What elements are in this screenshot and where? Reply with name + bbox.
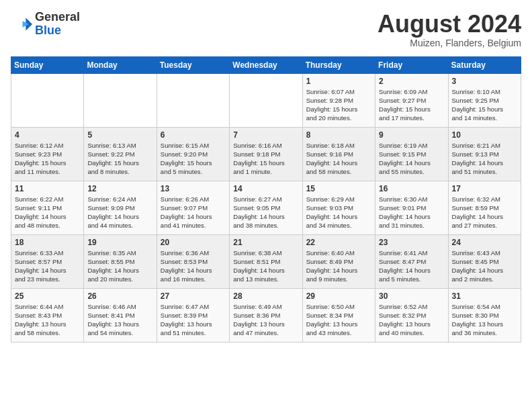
calendar-cell: 24Sunrise: 6:43 AM Sunset: 8:45 PM Dayli… — [448, 234, 521, 288]
day-info: Sunrise: 6:54 AM Sunset: 8:30 PM Dayligh… — [452, 302, 517, 338]
calendar-cell: 12Sunrise: 6:24 AM Sunset: 9:09 PM Dayli… — [84, 181, 157, 234]
day-info: Sunrise: 6:07 AM Sunset: 9:28 PM Dayligh… — [306, 87, 371, 123]
calendar-cell: 27Sunrise: 6:47 AM Sunset: 8:39 PM Dayli… — [157, 288, 229, 342]
day-number: 21 — [233, 238, 298, 247]
day-number: 4 — [15, 130, 80, 140]
calendar-cell: 3Sunrise: 6:10 AM Sunset: 9:25 PM Daylig… — [448, 73, 521, 127]
day-number: 19 — [87, 238, 152, 247]
day-number: 9 — [379, 130, 444, 140]
day-info: Sunrise: 6:12 AM Sunset: 9:23 PM Dayligh… — [15, 141, 80, 177]
calendar-cell: 28Sunrise: 6:49 AM Sunset: 8:36 PM Dayli… — [230, 288, 302, 342]
weekday-header-thursday: Thursday — [302, 56, 375, 73]
calendar-cell: 7Sunrise: 6:16 AM Sunset: 9:18 PM Daylig… — [230, 127, 302, 181]
day-info: Sunrise: 6:15 AM Sunset: 9:20 PM Dayligh… — [161, 141, 226, 177]
calendar-cell: 8Sunrise: 6:18 AM Sunset: 9:16 PM Daylig… — [302, 127, 375, 181]
weekday-row: SundayMondayTuesdayWednesdayThursdayFrid… — [11, 56, 521, 73]
day-number: 6 — [161, 130, 226, 140]
day-info: Sunrise: 6:43 AM Sunset: 8:45 PM Dayligh… — [452, 248, 517, 284]
week-row-3: 11Sunrise: 6:22 AM Sunset: 9:11 PM Dayli… — [11, 181, 521, 234]
day-number: 18 — [15, 238, 80, 247]
logo-icon — [11, 13, 32, 35]
day-number: 20 — [161, 238, 226, 247]
location: Muizen, Flanders, Belgium — [378, 38, 521, 48]
day-info: Sunrise: 6:36 AM Sunset: 8:53 PM Dayligh… — [161, 248, 226, 284]
day-number: 7 — [233, 130, 298, 140]
day-info: Sunrise: 6:22 AM Sunset: 9:11 PM Dayligh… — [15, 195, 80, 230]
day-info: Sunrise: 6:32 AM Sunset: 8:59 PM Dayligh… — [452, 195, 517, 230]
calendar-cell: 11Sunrise: 6:22 AM Sunset: 9:11 PM Dayli… — [11, 181, 84, 234]
logo-text: General Blue — [35, 11, 80, 38]
month-year: August 2024 — [378, 11, 521, 38]
page-header: General Blue August 2024 Muizen, Flander… — [11, 11, 521, 48]
logo: General Blue — [11, 11, 80, 38]
day-info: Sunrise: 6:47 AM Sunset: 8:39 PM Dayligh… — [161, 302, 226, 338]
week-row-4: 18Sunrise: 6:33 AM Sunset: 8:57 PM Dayli… — [11, 234, 521, 288]
calendar-cell — [84, 73, 157, 127]
calendar-cell — [157, 73, 229, 127]
day-number: 30 — [379, 291, 444, 301]
day-info: Sunrise: 6:18 AM Sunset: 9:16 PM Dayligh… — [306, 141, 371, 177]
calendar-cell: 9Sunrise: 6:19 AM Sunset: 9:15 PM Daylig… — [375, 127, 448, 181]
day-info: Sunrise: 6:27 AM Sunset: 9:05 PM Dayligh… — [233, 195, 298, 230]
day-info: Sunrise: 6:10 AM Sunset: 9:25 PM Dayligh… — [452, 87, 517, 123]
day-number: 24 — [452, 238, 517, 247]
weekday-header-wednesday: Wednesday — [230, 56, 302, 73]
title-block: August 2024 Muizen, Flanders, Belgium — [378, 11, 521, 48]
day-info: Sunrise: 6:24 AM Sunset: 9:09 PM Dayligh… — [87, 195, 152, 230]
day-info: Sunrise: 6:52 AM Sunset: 8:32 PM Dayligh… — [379, 302, 444, 338]
calendar-cell: 13Sunrise: 6:26 AM Sunset: 9:07 PM Dayli… — [157, 181, 229, 234]
day-info: Sunrise: 6:19 AM Sunset: 9:15 PM Dayligh… — [379, 141, 444, 177]
day-number: 28 — [233, 291, 298, 301]
day-number: 2 — [379, 77, 444, 86]
day-info: Sunrise: 6:09 AM Sunset: 9:27 PM Dayligh… — [379, 87, 444, 123]
day-info: Sunrise: 6:30 AM Sunset: 9:01 PM Dayligh… — [379, 195, 444, 230]
day-info: Sunrise: 6:44 AM Sunset: 8:43 PM Dayligh… — [15, 302, 80, 338]
calendar-cell: 29Sunrise: 6:50 AM Sunset: 8:34 PM Dayli… — [302, 288, 375, 342]
weekday-header-monday: Monday — [84, 56, 157, 73]
day-number: 8 — [306, 130, 371, 140]
day-info: Sunrise: 6:41 AM Sunset: 8:47 PM Dayligh… — [379, 248, 444, 284]
calendar-cell: 22Sunrise: 6:40 AM Sunset: 8:49 PM Dayli… — [302, 234, 375, 288]
calendar-cell: 26Sunrise: 6:46 AM Sunset: 8:41 PM Dayli… — [84, 288, 157, 342]
weekday-header-sunday: Sunday — [11, 56, 84, 73]
day-number: 1 — [306, 77, 371, 86]
day-number: 10 — [452, 130, 517, 140]
week-row-1: 1Sunrise: 6:07 AM Sunset: 9:28 PM Daylig… — [11, 73, 521, 127]
day-number: 3 — [452, 77, 517, 86]
calendar-cell: 30Sunrise: 6:52 AM Sunset: 8:32 PM Dayli… — [375, 288, 448, 342]
calendar: SundayMondayTuesdayWednesdayThursdayFrid… — [11, 56, 521, 342]
logo-blue: Blue — [35, 24, 61, 37]
calendar-cell: 16Sunrise: 6:30 AM Sunset: 9:01 PM Dayli… — [375, 181, 448, 234]
day-info: Sunrise: 6:29 AM Sunset: 9:03 PM Dayligh… — [306, 195, 371, 230]
calendar-cell: 19Sunrise: 6:35 AM Sunset: 8:55 PM Dayli… — [84, 234, 157, 288]
day-number: 11 — [15, 184, 80, 193]
calendar-cell: 21Sunrise: 6:38 AM Sunset: 8:51 PM Dayli… — [230, 234, 302, 288]
calendar-header: SundayMondayTuesdayWednesdayThursdayFrid… — [11, 56, 521, 73]
calendar-cell: 17Sunrise: 6:32 AM Sunset: 8:59 PM Dayli… — [448, 181, 521, 234]
calendar-cell: 6Sunrise: 6:15 AM Sunset: 9:20 PM Daylig… — [157, 127, 229, 181]
day-number: 16 — [379, 184, 444, 193]
calendar-cell: 25Sunrise: 6:44 AM Sunset: 8:43 PM Dayli… — [11, 288, 84, 342]
day-number: 17 — [452, 184, 517, 193]
weekday-header-friday: Friday — [375, 56, 448, 73]
calendar-cell: 10Sunrise: 6:21 AM Sunset: 9:13 PM Dayli… — [448, 127, 521, 181]
day-number: 23 — [379, 238, 444, 247]
day-number: 15 — [306, 184, 371, 193]
calendar-cell: 14Sunrise: 6:27 AM Sunset: 9:05 PM Dayli… — [230, 181, 302, 234]
calendar-cell: 15Sunrise: 6:29 AM Sunset: 9:03 PM Dayli… — [302, 181, 375, 234]
day-info: Sunrise: 6:50 AM Sunset: 8:34 PM Dayligh… — [306, 302, 371, 338]
day-number: 13 — [161, 184, 226, 193]
day-info: Sunrise: 6:35 AM Sunset: 8:55 PM Dayligh… — [87, 248, 152, 284]
day-info: Sunrise: 6:26 AM Sunset: 9:07 PM Dayligh… — [161, 195, 226, 230]
day-info: Sunrise: 6:13 AM Sunset: 9:22 PM Dayligh… — [87, 141, 152, 177]
calendar-cell: 4Sunrise: 6:12 AM Sunset: 9:23 PM Daylig… — [11, 127, 84, 181]
day-info: Sunrise: 6:38 AM Sunset: 8:51 PM Dayligh… — [233, 248, 298, 284]
day-info: Sunrise: 6:49 AM Sunset: 8:36 PM Dayligh… — [233, 302, 298, 338]
day-number: 29 — [306, 291, 371, 301]
week-row-5: 25Sunrise: 6:44 AM Sunset: 8:43 PM Dayli… — [11, 288, 521, 342]
day-info: Sunrise: 6:33 AM Sunset: 8:57 PM Dayligh… — [15, 248, 80, 284]
day-number: 31 — [452, 291, 517, 301]
calendar-cell — [230, 73, 302, 127]
calendar-cell: 20Sunrise: 6:36 AM Sunset: 8:53 PM Dayli… — [157, 234, 229, 288]
day-number: 14 — [233, 184, 298, 193]
